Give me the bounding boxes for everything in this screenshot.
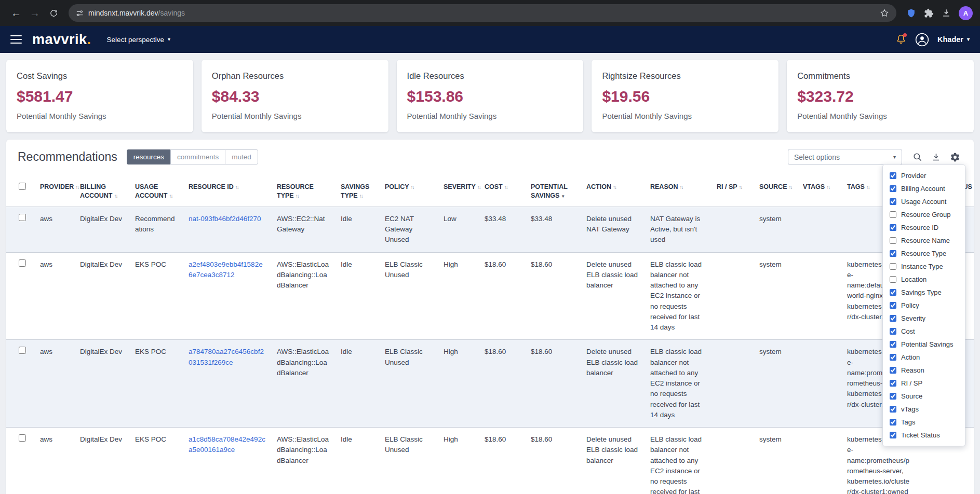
address-bar[interactable]: mindsnxt.mavvrik.dev/savings (69, 4, 896, 22)
perspective-selector[interactable]: Select perspective ▾ (107, 36, 170, 44)
filter-select[interactable]: Select options ▾ (788, 149, 902, 165)
card-idle-resources: Idle Resources $153.86 Potential Monthly… (397, 60, 584, 132)
row-checkbox[interactable] (19, 259, 26, 267)
resource-id-link[interactable]: a1c8d58ca708e42e492ca5e00161a9ce (189, 435, 265, 454)
menu-checkbox[interactable] (890, 419, 896, 426)
menu-checkbox[interactable] (890, 302, 896, 309)
sort-icon: ↑↓ (114, 193, 117, 199)
menu-item-resource-name[interactable]: Resource Name (883, 234, 965, 247)
menu-checkbox[interactable] (890, 250, 896, 257)
menu-checkbox[interactable] (890, 354, 896, 361)
menu-checkbox[interactable] (890, 211, 896, 218)
col-header-action[interactable]: ACTION↑↓ (581, 176, 645, 207)
download-icon[interactable] (931, 152, 941, 162)
menu-item-action[interactable]: Action (883, 351, 965, 364)
col-header-cost[interactable]: COST↑↓ (479, 176, 526, 207)
menu-item-location[interactable]: Location (883, 273, 965, 286)
menu-checkbox[interactable] (890, 328, 896, 335)
forward-icon[interactable]: → (26, 4, 44, 22)
menu-item-instance-type[interactable]: Instance Type (883, 260, 965, 273)
tab-resources[interactable]: resources (127, 149, 171, 164)
user-menu[interactable]: Khader ▾ (937, 35, 970, 44)
row-checkbox[interactable] (19, 347, 26, 354)
menu-checkbox[interactable] (890, 237, 896, 244)
menu-checkbox[interactable] (890, 198, 896, 205)
row-checkbox[interactable] (19, 214, 26, 221)
col-header-vtags[interactable]: VTAGS↑↓ (798, 176, 842, 207)
menu-checkbox[interactable] (890, 380, 896, 387)
cell-resource-type: AWS::ElasticLoadBalancing::LoadBalancer (272, 252, 335, 340)
col-header-potential-savings[interactable]: POTENTIAL SAVINGS▼ (526, 176, 581, 207)
col-header-reason[interactable]: REASON↑↓ (645, 176, 711, 207)
menu-item-usage-account[interactable]: Usage Account (883, 195, 965, 208)
resource-id-link[interactable]: nat-093fb46bf2d46f270 (189, 215, 261, 223)
menu-checkbox[interactable] (890, 341, 896, 348)
gear-icon[interactable] (950, 152, 960, 162)
col-header-provider[interactable]: PROVIDER↑↓ (35, 176, 75, 207)
app-logo[interactable]: mavvrik. (32, 32, 91, 48)
select-all-checkbox[interactable] (19, 183, 26, 190)
menu-item-reason[interactable]: Reason (883, 364, 965, 377)
notifications-bell-icon[interactable] (895, 34, 907, 45)
cell-source: system (754, 252, 798, 340)
col-header-resource-type[interactable]: RESOURCE TYPE↑↓ (272, 176, 335, 207)
menu-item-potential-savings[interactable]: Potential Savings (883, 338, 965, 351)
menu-item-ticket-status[interactable]: Ticket Status (883, 429, 965, 442)
menu-checkbox[interactable] (890, 172, 896, 179)
menu-item-resource-group[interactable]: Resource Group (883, 208, 965, 221)
app-header: mavvrik. Select perspective ▾ Khader ▾ (0, 26, 980, 53)
menu-item-vtags[interactable]: vTags (883, 403, 965, 416)
col-header-source[interactable]: SOURCE↑↓ (754, 176, 798, 207)
search-icon[interactable] (912, 152, 922, 162)
resource-id-link[interactable]: a784780aa27c6456cbf2031531f269ce (189, 348, 264, 366)
cell-severity: High (438, 428, 479, 494)
downloads-icon[interactable] (938, 5, 955, 21)
browser-profile-avatar[interactable]: A (959, 6, 973, 20)
col-header-usage-account[interactable]: USAGE ACCOUNT↑↓ (130, 176, 183, 207)
tab-commitments[interactable]: commitments (170, 149, 225, 164)
menu-item-resource-type[interactable]: Resource Type (883, 247, 965, 260)
menu-checkbox[interactable] (890, 276, 896, 283)
col-header-billing-account[interactable]: BILLING ACCOUNT↑↓ (75, 176, 130, 207)
menu-item-severity[interactable]: Severity (883, 312, 965, 325)
col-header-policy[interactable]: POLICY↑↓ (380, 176, 438, 207)
menu-checkbox[interactable] (890, 367, 896, 374)
back-icon[interactable]: ← (7, 4, 25, 22)
cell-usage-account: EKS POC (130, 428, 183, 494)
menu-checkbox[interactable] (890, 185, 896, 192)
bookmark-star-icon[interactable] (880, 8, 889, 18)
col-header-ri-sp[interactable]: RI / SP↑↓ (711, 176, 754, 207)
reload-icon[interactable] (45, 4, 62, 22)
menu-checkbox[interactable] (890, 406, 896, 413)
menu-checkbox[interactable] (890, 393, 896, 400)
menu-item-tags[interactable]: Tags (883, 416, 965, 429)
menu-item-billing-account[interactable]: Billing Account (883, 182, 965, 195)
menu-checkbox[interactable] (890, 432, 896, 438)
menu-item-savings-type[interactable]: Savings Type (883, 286, 965, 299)
row-checkbox[interactable] (19, 434, 26, 442)
menu-checkbox[interactable] (890, 263, 896, 270)
menu-item-resource-id[interactable]: Resource ID (883, 221, 965, 234)
col-header-severity[interactable]: SEVERITY↑↓ (438, 176, 479, 207)
hamburger-menu-icon[interactable] (10, 35, 22, 44)
extensions-puzzle-icon[interactable] (920, 5, 937, 21)
menu-checkbox[interactable] (890, 289, 896, 296)
menu-item-ri-sp[interactable]: RI / SP (883, 377, 965, 390)
cell-policy: ELB Classic Unused (380, 428, 438, 494)
menu-checkbox[interactable] (890, 224, 896, 231)
menu-item-policy[interactable]: Policy (883, 299, 965, 312)
cell-resource-type: AWS::EC2::NatGateway (272, 207, 335, 252)
resource-id-link[interactable]: a2ef4803e9ebb4f1582e6e7cea3c8712 (189, 260, 263, 279)
menu-checkbox[interactable] (890, 315, 896, 322)
cell-vtags (798, 252, 842, 340)
site-info-icon[interactable] (76, 9, 84, 17)
menu-item-cost[interactable]: Cost (883, 325, 965, 338)
col-header-savings-type[interactable]: SAVINGS TYPE↑↓ (335, 176, 380, 207)
shield-extension-icon[interactable] (903, 5, 919, 21)
col-header-resource-id[interactable]: RESOURCE ID↑↓ (183, 176, 272, 207)
tab-muted[interactable]: muted (225, 149, 258, 164)
menu-item-provider[interactable]: Provider (883, 169, 965, 182)
cell-savings-type: Idle (335, 207, 380, 252)
account-icon[interactable] (915, 33, 929, 47)
menu-item-source[interactable]: Source (883, 390, 965, 403)
